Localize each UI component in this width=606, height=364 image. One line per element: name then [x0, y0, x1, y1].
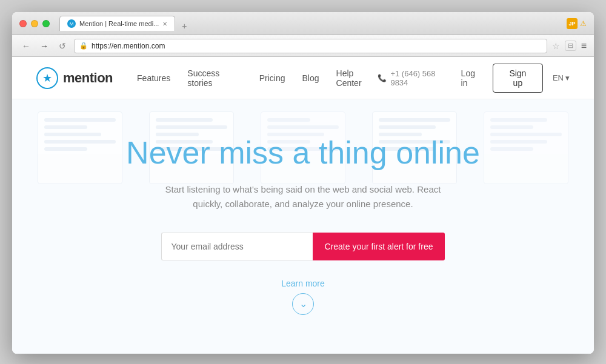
browser-window: M Mention | Real-time medi... ✕ + JP ⚠ ←…: [12, 12, 594, 354]
browser-toolbar: ← → ↺ 🔒 https://en.mention.com ☆ ⊟ ≡: [12, 35, 594, 57]
traffic-lights: [19, 20, 50, 27]
nav-features[interactable]: Features: [137, 73, 170, 83]
hero-title: Never miss a thing online: [36, 136, 570, 170]
refresh-button[interactable]: ↺: [56, 39, 69, 53]
nav-right: 📞 +1 (646) 568 9834 Log in Sign up EN ▾: [378, 64, 570, 93]
email-input[interactable]: [161, 233, 313, 260]
minimize-button[interactable]: [31, 20, 38, 27]
lock-icon: 🔒: [79, 42, 88, 50]
cta-button[interactable]: Create your first alert for free: [313, 233, 445, 260]
phone-number: +1 (646) 568 9834: [390, 69, 451, 87]
reader-view-button[interactable]: ⊟: [565, 41, 576, 51]
nav-blog[interactable]: Blog: [302, 73, 319, 83]
login-link[interactable]: Log in: [461, 68, 483, 88]
browser-titlebar: M Mention | Real-time medi... ✕ + JP ⚠: [12, 12, 594, 35]
phone-link[interactable]: 📞 +1 (646) 568 9834: [378, 69, 451, 87]
scroll-down-button[interactable]: ⌄: [292, 293, 314, 315]
lang-text: EN: [553, 73, 564, 82]
warning-icon: ⚠: [580, 19, 587, 28]
site-logo[interactable]: ★ mention: [36, 67, 113, 89]
email-form: Create your first alert for free: [36, 233, 570, 260]
back-button[interactable]: ←: [19, 39, 33, 53]
chevron-down-icon: ⌄: [299, 299, 307, 309]
user-badge: JP ⚠: [567, 18, 587, 29]
address-bar[interactable]: 🔒 https://en.mention.com: [74, 39, 547, 53]
language-selector[interactable]: EN ▾: [553, 73, 570, 82]
user-avatar: JP: [567, 18, 578, 29]
maximize-button[interactable]: [42, 20, 50, 27]
nav-success-stories[interactable]: Success stories: [187, 68, 242, 88]
tab-title: Mention | Real-time medi...: [79, 20, 159, 27]
hero-section: Never miss a thing online Start listenin…: [12, 99, 594, 354]
nav-links: Features Success stories Pricing Blog He…: [137, 68, 378, 88]
logo-icon: ★: [36, 67, 58, 89]
nav-help-center[interactable]: Help Center: [336, 68, 378, 88]
logo-text: mention: [63, 70, 113, 86]
url-text: https://en.mention.com: [92, 42, 542, 50]
star-icon: ★: [42, 71, 52, 85]
nav-pricing[interactable]: Pricing: [259, 73, 285, 83]
hero-content: Never miss a thing online Start listenin…: [36, 136, 570, 315]
close-button[interactable]: [19, 20, 27, 27]
tab-close-icon[interactable]: ✕: [162, 21, 167, 27]
active-tab[interactable]: M Mention | Real-time medi... ✕: [59, 16, 175, 31]
signup-button[interactable]: Sign up: [493, 64, 543, 93]
forward-button[interactable]: →: [38, 39, 51, 53]
chevron-down-icon: ▾: [565, 73, 570, 82]
website-content: ★ mention Features Success stories Prici…: [12, 57, 594, 354]
new-tab-button[interactable]: +: [178, 21, 191, 31]
phone-icon: 📞: [378, 74, 387, 82]
bookmark-button[interactable]: ☆: [552, 41, 560, 51]
hero-subtitle: Start listening to what's being said on …: [164, 182, 442, 211]
tab-favicon: M: [67, 19, 76, 28]
toolbar-right: ☆ ⊟ ≡: [552, 41, 587, 51]
learn-more-section: Learn more ⌄: [36, 279, 570, 315]
tab-bar: M Mention | Real-time medi... ✕ +: [59, 16, 191, 31]
menu-button[interactable]: ≡: [581, 41, 587, 51]
learn-more-text[interactable]: Learn more: [281, 279, 325, 288]
site-navigation: ★ mention Features Success stories Prici…: [12, 57, 594, 99]
